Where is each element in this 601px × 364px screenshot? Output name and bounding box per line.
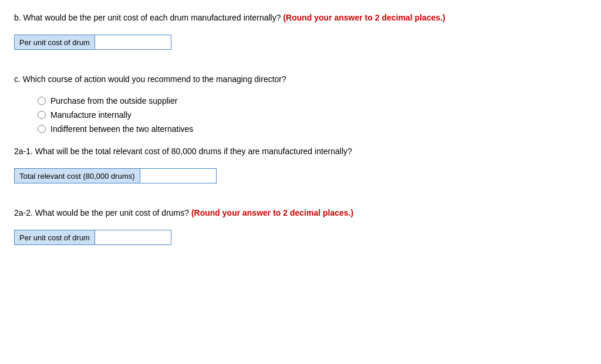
radio-indifferent[interactable]	[38, 125, 46, 133]
radio-purchase-label: Purchase from the outside supplier	[50, 96, 177, 106]
radio-purchase[interactable]	[38, 97, 46, 105]
radio-manufacture-label: Manufacture internally	[50, 110, 131, 120]
question-2a1-text: 2a-1. What will be the total relevant co…	[14, 145, 587, 158]
radio-manufacture[interactable]	[38, 111, 46, 119]
question-2a1-input-row: Total relevant cost (80,000 drums)	[14, 168, 587, 183]
radio-option-3: Indifferent between the two alternatives	[38, 124, 587, 134]
radio-indifferent-label: Indifferent between the two alternatives	[50, 124, 193, 134]
radio-option-1: Purchase from the outside supplier	[38, 96, 587, 106]
question-2a2-highlight: (Round your answer to 2 decimal places.)	[191, 208, 353, 217]
question-2a2-text: 2a-2. What would be the per unit cost of…	[14, 207, 587, 219]
question-b-input-row: Per unit cost of drum	[14, 35, 587, 50]
per-unit-cost-input-2a2[interactable]	[95, 230, 171, 245]
question-b-highlight: (Round your answer to 2 decimal places.)	[283, 13, 445, 22]
per-unit-cost-label-b: Per unit cost of drum	[14, 35, 95, 50]
question-b-text: b. What would be the per unit cost of ea…	[14, 12, 587, 24]
per-unit-cost-label-2a2: Per unit cost of drum	[14, 230, 95, 245]
total-relevant-cost-label: Total relevant cost (80,000 drums)	[14, 168, 140, 183]
per-unit-cost-input-b[interactable]	[95, 35, 171, 50]
question-c-text: c. Which course of action would you reco…	[14, 73, 587, 86]
question-2a2-input-row: Per unit cost of drum	[14, 230, 587, 245]
radio-group-c: Purchase from the outside supplier Manuf…	[38, 96, 587, 134]
total-relevant-cost-input[interactable]	[140, 168, 217, 183]
radio-option-2: Manufacture internally	[38, 110, 587, 120]
